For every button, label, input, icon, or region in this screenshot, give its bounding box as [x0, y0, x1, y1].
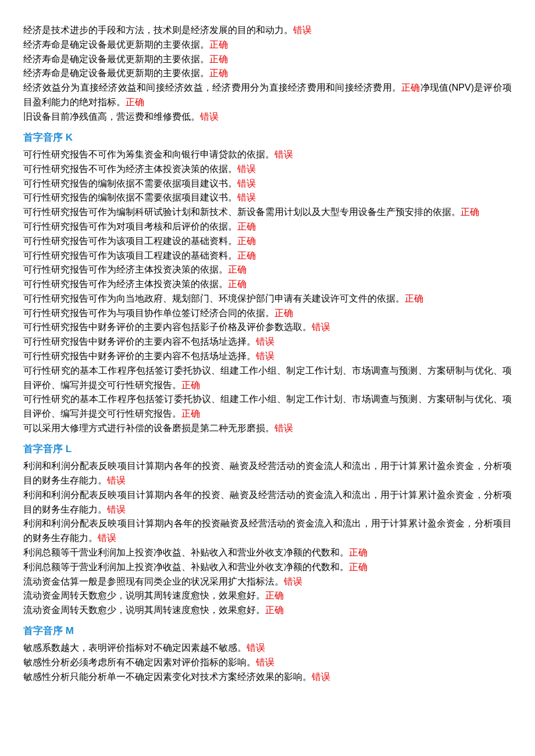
statement-text: 利润和利润分配表反映项目计算期内各年的投资融资及经营活动的资金流入和流出，用于计… [23, 518, 512, 543]
statement-text: 流动资金估算一般是参照现有同类企业的状况采用扩大指标法。 [23, 576, 284, 586]
answer-correct: 正确 [405, 293, 423, 303]
statement-text: 可行性研究报告不可作为经济主体投资决策的依据。 [23, 164, 237, 174]
answer-wrong: 错误 [312, 672, 330, 682]
answer-wrong: 错误 [107, 475, 126, 485]
answer-correct: 正确 [237, 221, 256, 231]
statement-line: 可行性研究报告的编制依据不需要依据项目建议书。错误 [23, 191, 512, 205]
statement-line: 可行性研究报告不可作为经济主体投资决策的依据。错误 [23, 162, 512, 177]
answer-correct: 正确 [237, 236, 256, 246]
statement-line: 可行性研究报告可作为向当地政府、规划部门、环境保护部门申请有关建设许可文件的依据… [23, 292, 512, 306]
answer-wrong: 错误 [237, 178, 256, 188]
answer-correct: 正确 [265, 605, 284, 615]
statement-line: 敏感性分析必须考虑所有不确定因素对评价指标的影响。错误 [23, 655, 512, 670]
answer-correct: 正确 [274, 308, 293, 318]
statement-text: 可行性研究报告中财务评价的主要内容不包括场址选择。 [23, 336, 256, 346]
statement-line: 可行性研究报告可作为该项目工程建设的基础资料。正确 [23, 249, 512, 263]
statement-line: 经济寿命是确定设备最优更新期的主要依据。正确 [23, 52, 512, 67]
answer-correct: 正确 [349, 547, 368, 557]
statement-text: 可行性研究的基本工作程序包括签订委托协议、组建工作小组、制定工作计划、市场调查与… [23, 394, 512, 418]
statement-text: 利润总额等于营业利润加上投资净收益、补贴收入和营业外收支净额的代数和。 [23, 562, 349, 572]
statement-line: 可行性研究报告可作为经济主体投资决策的依据。正确 [23, 263, 512, 277]
statement-text: 可行性研究报告中财务评价的主要内容包括影子价格及评价参数选取。 [23, 322, 312, 332]
statement-text: 敏感性分析必须考虑所有不确定因素对评价指标的影响。 [23, 657, 256, 667]
statement-line: 利润总额等千营业利润加上投资净收益、补贴收入和营业外收支净额的代数和。正确 [23, 546, 512, 560]
statement-text: 经济寿命是确定设备最优更新期的主要依据。 [23, 54, 209, 64]
statement-line: 流动资金估算一般是参照现有同类企业的状况采用扩大指标法。错误 [23, 575, 512, 589]
statement-line: 可行性研究报告可作为经济主体投资决策的依据。正确 [23, 277, 512, 292]
statement-text: 经济效益分为直接经济效益和间接经济效益，经济费用分为直接经济费用和间接经济费用。 [23, 83, 401, 92]
statement-line: 流动资金周转天数愈少，说明其周转速度愈快，效果愈好。正确 [23, 589, 512, 603]
statement-text: 经济寿命是确定设备最优更新期的主要依据。 [23, 68, 209, 78]
answer-correct: 正确 [401, 83, 420, 92]
answer-wrong: 错误 [284, 576, 302, 586]
statement-line: 可行性研究报告可作为编制科研试验计划和新技术、新设备需用计划以及大型专用设备生产… [23, 205, 512, 220]
statement-line: 可行性研究报告可作为与项目协作单位签订经济合同的依据。正确 [23, 306, 512, 321]
statement-line: 利润和利润分配表反映项目计算期内各年的投资融资及经营活动的资金流入和流出，用于计… [23, 517, 512, 546]
statement-line: 可行性研究报告可作为对项目考核和后评价的依据。正确 [23, 220, 512, 234]
statement-text: 可行性研究报告可作为向当地政府、规划部门、环境保护部门申请有关建设许可文件的依据… [23, 293, 405, 303]
statement-text: 可行性研究报告可作为经济主体投资决策的依据。 [23, 264, 228, 274]
document-body: 经济是技术进步的手段和方法，技术则是经济发展的目的和动力。错误经济寿命是确定设备… [23, 23, 512, 685]
statement-text: 旧设备目前净残值高，营运费和维修费低。 [23, 112, 200, 121]
statement-line: 可行性研究报告中财务评价的主要内容不包括场址选择。错误 [23, 335, 512, 349]
statement-text: 经济是技术进步的手段和方法，技术则是经济发展的目的和动力。 [23, 25, 293, 35]
answer-correct: 正确 [349, 562, 368, 572]
answer-correct: 正确 [181, 409, 200, 418]
statement-line: 经济寿命是确定设备最优更新期的主要依据。正确 [23, 66, 512, 81]
answer-wrong: 错误 [274, 149, 293, 159]
section-heading: 首字音序 M [23, 624, 512, 639]
answer-correct: 正确 [209, 40, 228, 49]
statement-line: 敏感系数越大，表明评价指标对不确定因素越不敏感。错误 [23, 641, 512, 655]
answer-wrong: 错误 [107, 504, 126, 514]
statement-text: 可以采用大修理方式进行补偿的设备磨损是第二种无形磨损。 [23, 423, 274, 433]
statement-line: 流动资金周转天数愈少，说明其周转速度愈快，效果愈好。正确 [23, 603, 512, 618]
statement-text: 敏感性分析只能分析单一不确定因素变化对技术方案经济效果的影响。 [23, 672, 312, 682]
statement-line: 可以采用大修理方式进行补偿的设备磨损是第二种无形磨损。错误 [23, 421, 512, 436]
statement-text: 可行性研究报告可作为与项目协作单位签订经济合同的依据。 [23, 308, 274, 318]
statement-line: 利润总额等于营业利润加上投资净收益、补贴收入和营业外收支净额的代数和。正确 [23, 560, 512, 575]
answer-wrong: 错误 [237, 164, 256, 174]
section-heading: 首字音序 K [23, 130, 512, 145]
answer-wrong: 错误 [274, 423, 293, 433]
answer-correct: 正确 [237, 250, 256, 260]
answer-wrong: 错误 [256, 657, 274, 667]
statement-text: 经济寿命是确定设备最优更新期的主要依据。 [23, 40, 209, 49]
statement-text: 流动资金周转天数愈少，说明其周转速度愈快，效果愈好。 [23, 590, 265, 600]
statement-text: 利润和利润分配表反映项目计算期内各年的投资、融资及经营活动的资金流人和流出，用于… [23, 461, 512, 485]
statement-line: 可行性研究的基本工作程序包括签订委托协议、组建工作小组、制定工作计划、市场调查与… [23, 392, 512, 421]
statement-line: 可行性研究报告中财务评价的主要内容不包括场址选择。错误 [23, 349, 512, 364]
statement-text: 利润和利润分配表反映项目计算期内各年的投资、融资及经营活动的资金流入和流出，用于… [23, 490, 512, 514]
statement-text: 可行性研究报告可作为该项目工程建设的基础资料。 [23, 250, 237, 260]
answer-correct: 正确 [209, 54, 228, 64]
answer-wrong: 错误 [293, 25, 312, 35]
statement-text: 流动资金周转天数愈少，说明其周转速度愈快，效果愈好。 [23, 605, 265, 615]
answer-wrong: 错误 [200, 112, 219, 121]
statement-line: 可行性研究报告可作为该项目工程建设的基础资料。正确 [23, 234, 512, 249]
statement-line: 经济寿命是确定设备最优更新期的主要依据。正确 [23, 38, 512, 52]
statement-text: 可行性研究报告的编制依据不需要依据项目建议书。 [23, 192, 237, 202]
statement-text: 可行性研究报告可作为对项目考核和后评价的依据。 [23, 221, 237, 231]
answer-wrong: 错误 [256, 351, 274, 361]
statement-text: 可行性研究报告可作为经济主体投资决策的依据。 [23, 279, 228, 289]
statement-text: 可行性研究报告中财务评价的主要内容不包括场址选择。 [23, 351, 256, 361]
statement-line: 利润和利润分配表反映项目计算期内各年的投资、融资及经营活动的资金流入和流出，用于… [23, 488, 512, 517]
answer-correct: 正确 [228, 264, 247, 274]
statement-line: 旧设备目前净残值高，营运费和维修费低。错误 [23, 110, 512, 124]
answer-correct: 正确 [209, 68, 228, 78]
answer-wrong: 错误 [237, 192, 256, 202]
statement-line: 可行性研究报告的编制依据不需要依据项目建议书。错误 [23, 177, 512, 191]
statement-text: 可行性研究报告可作为编制科研试验计划和新技术、新设备需用计划以及大型专用设备生产… [23, 207, 461, 217]
statement-text: 敏感系数越大，表明评价指标对不确定因素越不敏感。 [23, 643, 247, 653]
answer-wrong: 错误 [312, 322, 330, 332]
statement-line: 经济效益分为直接经济效益和间接经济效益，经济费用分为直接经济费用和间接经济费用。… [23, 81, 512, 110]
answer-correct: 正确 [228, 279, 247, 289]
statement-line: 利润和利润分配表反映项目计算期内各年的投资、融资及经营活动的资金流人和流出，用于… [23, 459, 512, 488]
statement-line: 敏感性分析只能分析单一不确定因素变化对技术方案经济效果的影响。错误 [23, 670, 512, 685]
answer-correct: 正确 [181, 380, 200, 390]
answer-correct: 正确 [126, 97, 144, 107]
statement-line: 可行性研究报告不可作为筹集资金和向银行申请贷款的依据。错误 [23, 148, 512, 162]
statement-line: 可行性研究报告中财务评价的主要内容包括影子价格及评价参数选取。错误 [23, 320, 512, 335]
statement-text: 可行性研究报告可作为该项目工程建设的基础资料。 [23, 236, 237, 246]
statement-text: 利润总额等千营业利润加上投资净收益、补贴收入和营业外收支净额的代数和。 [23, 547, 349, 557]
answer-wrong: 错误 [256, 336, 274, 346]
